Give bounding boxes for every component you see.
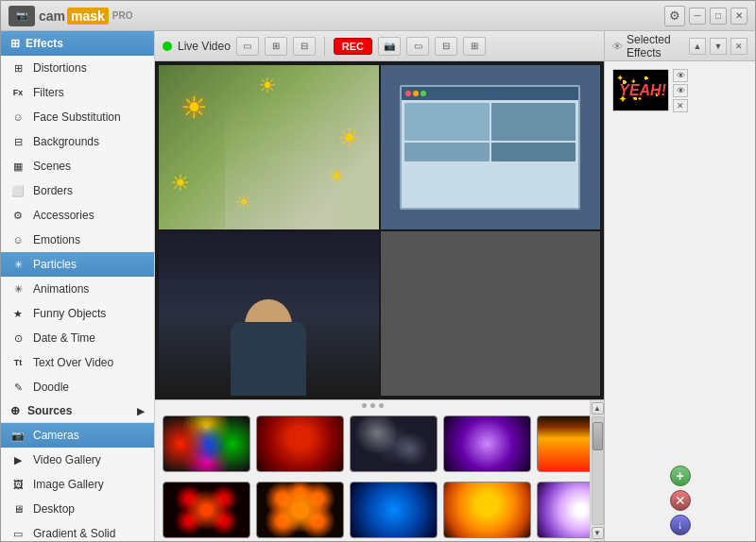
effects-title: Selected Effects [627, 33, 685, 59]
sources-header[interactable]: ⊕ Sources ▶ [1, 399, 154, 422]
scroll-thumb[interactable] [593, 422, 603, 450]
distortions-label: Distortions [33, 61, 87, 75]
sidebar-item-date-time[interactable]: ⊙ Date & Time [1, 326, 154, 350]
effect-eye2-btn[interactable]: 👁 [673, 84, 688, 97]
thumb-glow-white[interactable] [537, 482, 590, 538]
face-sub-label: Face Substitution [33, 110, 121, 124]
thumb-yellow-orange[interactable] [443, 482, 531, 538]
doodle-label: Doodle [33, 381, 69, 394]
scenes-icon: ▦ [10, 159, 26, 174]
date-time-icon: ⊙ [10, 330, 26, 346]
thumb-fire[interactable] [537, 415, 590, 472]
remove-effect-btn[interactable]: ✕ [670, 490, 691, 511]
gradient-label: Gradient & Solid [33, 527, 115, 540]
sidebar-header: ⊞ Effects [1, 31, 154, 56]
thumb-blue-swirl[interactable] [350, 482, 438, 538]
scroll-up-btn[interactable]: ▲ [592, 402, 604, 415]
scroll-down-btn[interactable]: ▼ [592, 527, 604, 539]
title-bar: 📷 cammask PRO ⚙ ─ □ ✕ [1, 1, 755, 31]
sidebar-item-emotions[interactable]: ☺ Emotions [1, 228, 154, 252]
download-effect-btn[interactable]: ↓ [670, 515, 691, 535]
sidebar-item-accessories[interactable]: ⚙ Accessories [1, 203, 154, 228]
sidebar-item-cameras[interactable]: 📷 Cameras [1, 423, 154, 448]
sidebar-item-video-gallery[interactable]: ▶ Video Gallery [1, 448, 154, 472]
maximize-button[interactable]: □ [710, 8, 727, 25]
face-sub-icon: ☺ [10, 110, 26, 125]
add-effect-btn[interactable]: + [670, 466, 691, 486]
snapshot-btn[interactable]: 📷 [378, 37, 401, 56]
sidebar-item-filters[interactable]: Fx Filters [1, 80, 154, 105]
distortions-icon: ⊞ [10, 60, 26, 76]
accessories-icon: ⚙ [10, 208, 26, 223]
effects-close[interactable]: ✕ [730, 38, 747, 55]
gradient-icon: ▭ [10, 526, 26, 541]
sidebar-item-backgrounds[interactable]: ⊟ Backgrounds [1, 129, 154, 154]
video-gallery-icon: ▶ [10, 452, 26, 467]
thumb-redmask[interactable] [256, 415, 344, 472]
video-gallery-label: Video Gallery [33, 453, 101, 466]
pip-btn[interactable]: ⊞ [463, 37, 486, 56]
video-cell-main: ☀ ☀ ☀ ☀ ☀ ☀ [159, 65, 379, 229]
logo-pro: PRO [112, 10, 133, 21]
animations-icon: ✳ [10, 281, 26, 296]
sidebar-item-funny-objects[interactable]: ★ Funny Objects [1, 301, 154, 326]
title-bar-controls: ⚙ ─ □ ✕ [664, 6, 747, 26]
accessories-label: Accessories [33, 209, 94, 222]
image-gallery-icon: 🖼 [10, 477, 26, 492]
close-button[interactable]: ✕ [730, 8, 747, 25]
view-quad-btn[interactable]: ⊟ [293, 37, 316, 56]
text-label: Text Over Video [33, 356, 113, 369]
sidebar-item-image-gallery[interactable]: 🖼 Image Gallery [1, 472, 154, 497]
effects-nav-down[interactable]: ▼ [710, 38, 727, 55]
rec-button[interactable]: REC [334, 38, 372, 55]
image-gallery-label: Image Gallery [33, 478, 104, 491]
effect-thumbnail: ✦ ✦ ✦ ✦ YEAH! [612, 69, 669, 111]
sidebar-item-scenes[interactable]: ▦ Scenes [1, 154, 154, 178]
fullscreen-btn[interactable]: ▭ [406, 37, 429, 56]
effects-nav-up[interactable]: ▲ [689, 38, 706, 55]
effect-eye-btn[interactable]: 👁 [673, 69, 688, 82]
effects-panel: 👁 Selected Effects ▲ ▼ ✕ ✦ ✦ ✦ ✦ YEAH! [604, 31, 755, 541]
thumb-redflower[interactable] [163, 482, 250, 538]
vertical-scrollbar: ▲ ▼ [590, 400, 604, 541]
video-cell-empty [381, 231, 601, 396]
view-single-btn[interactable]: ▭ [236, 37, 259, 56]
desktop-label: Desktop [33, 502, 75, 516]
thumb-purple[interactable] [443, 415, 531, 472]
filters-label: Filters [33, 86, 64, 99]
bottom-section: ▲ ▼ [155, 399, 604, 541]
effects-empty [605, 120, 755, 460]
main-area: ⊞ Effects ⊞ Distortions Fx Filters ☺ Fac… [1, 31, 755, 541]
thumb-bubbles[interactable] [350, 415, 438, 472]
sidebar-item-distortions[interactable]: ⊞ Distortions [1, 56, 154, 80]
backgrounds-icon: ⊟ [10, 134, 26, 149]
settings-button[interactable]: ⚙ [664, 6, 685, 26]
sources-expand-icon: ▶ [137, 406, 145, 416]
sidebar-item-text-over-video[interactable]: Tt Text Over Video [1, 350, 154, 375]
sidebar-item-face-substitution[interactable]: ☺ Face Substitution [1, 105, 154, 129]
sidebar-item-doodle[interactable]: ✎ Doodle [1, 375, 154, 399]
sidebar-item-particles[interactable]: ✳ Particles [1, 252, 154, 277]
view-split-btn[interactable]: ⊞ [265, 37, 287, 56]
funny-objects-label: Funny Objects [33, 307, 106, 320]
minimize-button[interactable]: ─ [689, 8, 706, 25]
settings-video-btn[interactable]: ⊟ [435, 37, 457, 56]
video-cell-screen [381, 65, 601, 229]
app-logo: 📷 cammask PRO [9, 6, 133, 26]
effect-close-btn[interactable]: ✕ [673, 99, 688, 112]
emotions-icon: ☺ [10, 232, 26, 247]
particles-icon: ✳ [10, 257, 26, 272]
thumb-orange-flower[interactable] [256, 482, 344, 538]
sidebar-item-borders[interactable]: ⬜ Borders [1, 178, 154, 203]
desktop-icon: 🖥 [10, 501, 26, 517]
app-window: 📷 cammask PRO ⚙ ─ □ ✕ ⊞ Effects ⊞ Distor… [0, 0, 756, 542]
scroll-track[interactable] [592, 416, 604, 525]
sidebar-item-animations[interactable]: ✳ Animations [1, 277, 154, 301]
resize-dots [155, 400, 590, 411]
sidebar-item-desktop[interactable]: 🖥 Desktop [1, 497, 154, 521]
thumb-multicolor[interactable] [163, 415, 250, 472]
sidebar-item-gradient[interactable]: ▭ Gradient & Solid [1, 521, 154, 541]
person-overlay [225, 90, 335, 229]
sun-effect-3: ☀ [337, 123, 361, 154]
logo-mask: mask [67, 8, 109, 25]
